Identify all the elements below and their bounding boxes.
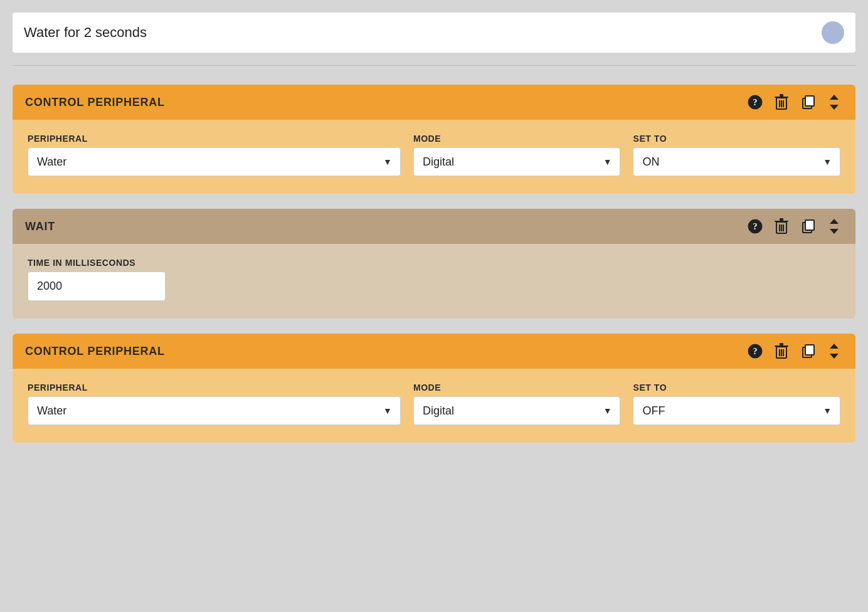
wait-block: WAIT ? [13,209,855,319]
peripheral-field-2: PERIPHERAL Water ▼ [28,382,401,425]
svg-marker-22 [830,219,839,224]
svg-rect-4 [780,94,783,97]
svg-text:?: ? [753,98,758,107]
peripheral-select-wrapper-2: Water ▼ [28,396,401,425]
svg-text:?: ? [753,222,758,231]
svg-marker-35 [830,354,839,359]
wait-icons: ? [746,218,843,235]
title-circle [822,21,844,44]
copy-icon-2[interactable] [799,218,817,235]
setto-select-2[interactable]: ON OFF [633,396,840,425]
setto-label-1: SET TO [633,134,840,144]
time-input[interactable] [28,272,166,301]
block-3-icons: ? [746,342,843,360]
svg-rect-27 [775,346,788,347]
wait-body: TIME IN MILLISECONDS [13,244,855,319]
svg-rect-3 [775,97,788,98]
setto-select-1[interactable]: ON OFF [633,147,840,176]
block-1-header: CONTROL PERIPHERAL ? [13,85,855,120]
setto-select-wrapper-1: ON OFF ▼ [633,147,840,176]
block-3-title: CONTROL PERIPHERAL [25,345,165,358]
mode-field-2: MODE Digital ▼ [413,382,621,425]
setto-select-wrapper-2: ON OFF ▼ [633,396,840,425]
mode-label-1: MODE [413,134,621,144]
wait-header: WAIT ? [13,209,855,244]
help-icon-1[interactable]: ? [746,93,764,111]
mode-select-2[interactable]: Digital [413,396,621,425]
mode-field-1: MODE Digital ▼ [413,134,621,176]
svg-marker-10 [830,95,839,100]
mode-label-2: MODE [413,382,621,393]
svg-rect-28 [780,343,783,346]
move-icon-2[interactable] [825,218,843,235]
block-3-header: CONTROL PERIPHERAL ? [13,334,855,369]
move-icon-1[interactable] [825,93,843,111]
peripheral-field-1: PERIPHERAL Water ▼ [28,134,401,176]
time-field: TIME IN MILLISECONDS [28,258,840,301]
mode-select-1[interactable]: Digital [413,147,621,176]
block-1-body: PERIPHERAL Water ▼ MODE Digital ▼ [13,120,855,194]
move-icon-3[interactable] [825,342,843,360]
svg-rect-21 [805,220,814,230]
peripheral-select-2[interactable]: Water [28,396,401,425]
peripheral-label-2: PERIPHERAL [28,382,401,393]
block-1-title: CONTROL PERIPHERAL [25,96,165,109]
block-1-icons: ? [746,93,843,111]
svg-rect-9 [805,96,814,106]
delete-icon-1[interactable] [773,93,790,111]
time-label: TIME IN MILLISECONDS [28,258,840,268]
svg-rect-33 [805,345,814,355]
block-1-fields: PERIPHERAL Water ▼ MODE Digital ▼ [28,134,840,176]
svg-marker-11 [830,105,839,110]
setto-field-1: SET TO ON OFF ▼ [633,134,840,176]
help-icon-3[interactable]: ? [746,342,764,360]
control-peripheral-block-2: CONTROL PERIPHERAL ? [13,334,855,443]
setto-field-2: SET TO ON OFF ▼ [633,382,840,425]
setto-label-2: SET TO [633,382,840,393]
svg-rect-16 [780,218,783,221]
svg-text:?: ? [753,347,758,356]
mode-select-wrapper-1: Digital ▼ [413,147,621,176]
mode-select-wrapper-2: Digital ▼ [413,396,621,425]
help-icon-2[interactable]: ? [746,218,764,235]
svg-marker-23 [830,229,839,234]
peripheral-select-1[interactable]: Water [28,147,401,176]
divider [13,65,855,66]
copy-icon-3[interactable] [799,342,817,360]
svg-marker-34 [830,344,839,349]
svg-rect-15 [775,221,788,222]
title-bar: Water for 2 seconds [13,13,855,53]
peripheral-select-wrapper-1: Water ▼ [28,147,401,176]
title-text: Water for 2 seconds [24,24,147,41]
delete-icon-2[interactable] [773,218,790,235]
delete-icon-3[interactable] [773,342,790,360]
peripheral-label-1: PERIPHERAL [28,134,401,144]
control-peripheral-block-1: CONTROL PERIPHERAL ? [13,85,855,194]
block-3-fields: PERIPHERAL Water ▼ MODE Digital ▼ [28,382,840,425]
block-3-body: PERIPHERAL Water ▼ MODE Digital ▼ [13,369,855,443]
wait-title: WAIT [25,220,55,233]
copy-icon-1[interactable] [799,93,817,111]
